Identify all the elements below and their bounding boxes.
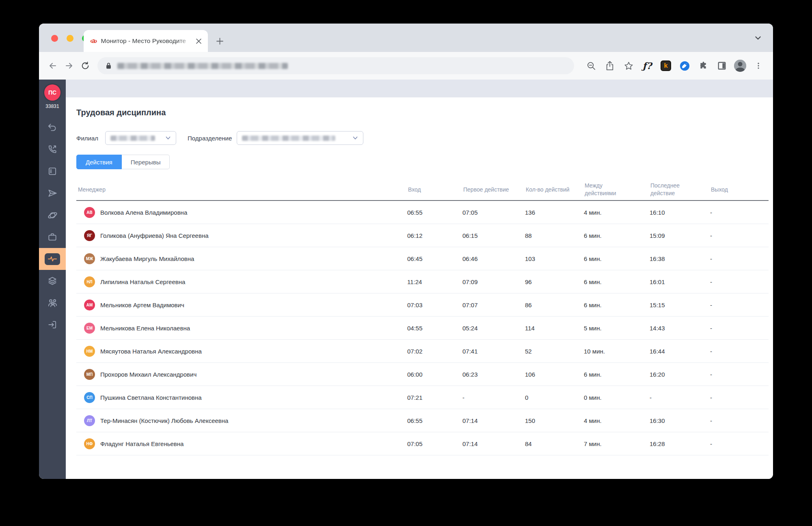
exit-time: - [710, 394, 769, 401]
between-actions: 4 мин. [584, 209, 650, 216]
table-body: АВВолкова Алена Владимировна06:5507:0513… [76, 201, 769, 455]
first-action-time: 07:09 [462, 278, 525, 285]
column-header: Кол-во действий [525, 186, 584, 194]
puzzle-icon[interactable] [697, 59, 710, 72]
layers-icon[interactable] [39, 270, 66, 292]
column-header: Выход [710, 186, 769, 194]
branch-select[interactable] [105, 131, 176, 145]
share-icon[interactable] [603, 59, 616, 72]
actions-count: 114 [525, 325, 584, 332]
notes-icon[interactable] [39, 160, 66, 182]
actions-count: 86 [525, 302, 584, 308]
column-header: Менеджер [76, 186, 407, 194]
forward-icon[interactable] [61, 58, 77, 74]
exit-time: - [710, 302, 769, 308]
app-area: ПС 33831 [39, 80, 773, 479]
between-actions: 4 мин. [584, 417, 650, 424]
star-icon[interactable] [622, 59, 635, 72]
tab-breaks[interactable]: Перерывы [122, 155, 170, 169]
panel-icon[interactable] [715, 59, 728, 72]
profile-avatar[interactable] [734, 60, 746, 72]
table-row: АВВолкова Алена Владимировна06:5507:0513… [76, 201, 769, 224]
last-action-time: 15:15 [650, 302, 710, 308]
entry-time: 06:55 [407, 209, 462, 216]
last-action-time: 16:28 [650, 440, 710, 447]
close-window-button[interactable] [51, 35, 58, 42]
first-action-time: 06:15 [462, 232, 525, 239]
last-action-time: 14:43 [650, 325, 710, 332]
tab-strip: ‹a› Монитор - Место Руководите [39, 24, 773, 52]
manager-name: Фладунг Наталья Евгеньевна [100, 440, 184, 447]
manager-name: Тер-Минасян (Костючик) Любовь Алексеевна [100, 417, 228, 424]
manager-avatar: НМ [84, 346, 95, 357]
manager-name: Пушкина Светлана Константиновна [100, 394, 202, 401]
first-action-time: 06:46 [462, 255, 525, 262]
header-strip [66, 80, 773, 97]
activity-chip [45, 253, 60, 265]
actions-count: 84 [525, 440, 584, 447]
between-actions: 5 мин. [584, 325, 650, 332]
minimize-window-button[interactable] [67, 35, 73, 42]
last-action-time: 16:44 [650, 348, 710, 355]
department-value-blurred [242, 136, 335, 141]
phone-outgoing-icon[interactable] [39, 138, 66, 160]
exit-time: - [710, 371, 769, 378]
entry-time: 07:05 [407, 440, 462, 447]
k-extension-icon[interactable]: k [659, 59, 672, 72]
close-tab-icon[interactable] [194, 37, 203, 45]
column-header: Вход [407, 186, 462, 194]
url-bar[interactable] [97, 57, 574, 74]
between-actions: 10 мин. [584, 348, 650, 355]
chevron-down-icon[interactable] [754, 34, 762, 43]
globe-extension-icon[interactable] [678, 59, 691, 72]
undo-icon[interactable] [39, 116, 66, 138]
browser-window: ‹a› Монитор - Место Руководите [39, 24, 773, 479]
filters-row: Филиал Подразделение [76, 131, 773, 145]
tab-actions[interactable]: Действия [76, 155, 122, 169]
last-action-time: 16:38 [650, 255, 710, 262]
activity-icon[interactable] [39, 248, 66, 270]
actions-count: 136 [525, 209, 584, 216]
logout-icon[interactable] [39, 314, 66, 336]
table-row: АММельников Артем Вадимович07:0307:07866… [76, 293, 769, 317]
between-actions: 6 мин. [584, 302, 650, 308]
reload-icon[interactable] [77, 58, 93, 74]
send-icon[interactable] [39, 182, 66, 204]
fn-extension-icon[interactable]: ƒ? [641, 59, 654, 72]
first-action-time: 07:41 [462, 348, 525, 355]
entry-time: 07:02 [407, 348, 462, 355]
exit-time: - [710, 325, 769, 332]
team-icon[interactable] [39, 292, 66, 314]
table-row: СППушкина Светлана Константиновна07:21-0… [76, 386, 769, 409]
manager-name: Липилина Наталья Сергеевна [100, 278, 185, 285]
briefcase-icon[interactable] [39, 226, 66, 248]
browser-tab[interactable]: ‹a› Монитор - Место Руководите [84, 30, 208, 52]
zoom-out-icon[interactable] [585, 59, 598, 72]
branch-value-blurred [110, 136, 155, 141]
department-select[interactable] [237, 131, 363, 145]
user-avatar[interactable]: ПС [44, 84, 60, 101]
department-label: Подразделение [188, 135, 232, 142]
first-action-time: 07:14 [462, 417, 525, 424]
new-tab-button[interactable] [214, 35, 226, 47]
orbit-icon[interactable] [39, 204, 66, 226]
between-actions: 7 мин. [584, 440, 650, 447]
between-actions: 6 мин. [584, 371, 650, 378]
first-action-time: 05:24 [462, 325, 525, 332]
main-content: Трудовая дисциплина Филиал Подразделение… [66, 80, 773, 479]
last-action-time: 16:30 [650, 417, 710, 424]
entry-time: 06:55 [407, 417, 462, 424]
entry-time: 07:21 [407, 394, 462, 401]
table-row: МППрохоров Михаил Александрович06:0006:2… [76, 363, 769, 386]
exit-time: - [710, 417, 769, 424]
last-action-time: 15:09 [650, 232, 710, 239]
manager-name: Мельникова Елена Николаевна [100, 325, 190, 332]
manager-avatar: МЖ [84, 253, 95, 264]
entry-time: 06:12 [407, 232, 462, 239]
between-actions: 6 мин. [584, 278, 650, 285]
actions-count: 96 [525, 278, 584, 285]
lock-icon [106, 62, 112, 69]
back-icon[interactable] [45, 58, 61, 74]
menu-icon[interactable] [752, 59, 765, 72]
entry-time: 07:03 [407, 302, 462, 308]
